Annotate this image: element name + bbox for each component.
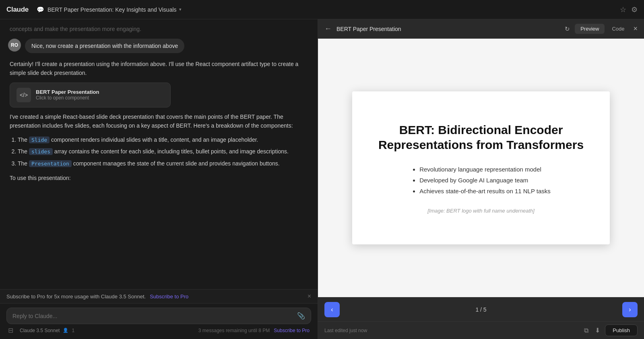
slide-bullets: Revolutionary language representation mo… (411, 164, 551, 196)
chat-footer-left: ⊟ Claude 3.5 Sonnet 👤 1 (8, 327, 74, 334)
chevron-down-icon: ▾ (179, 7, 182, 12)
messages-remaining: 3 messages remaining until 8 PM (198, 328, 272, 333)
list-item-suffix: component renders individual slides with… (50, 136, 258, 143)
slide-counter: 1 / 5 (340, 306, 622, 313)
slide-bullet: Revolutionary language representation mo… (419, 164, 551, 175)
tab-preview[interactable]: Preview (575, 24, 605, 34)
preview-title: BERT Paper Presentation (336, 26, 561, 32)
presentation-area: BERT: Bidirectional Encoder Representati… (318, 39, 644, 297)
user-message-1: RO Nice, now create a presentation with … (8, 39, 310, 53)
preview-header: ← BERT Paper Presentation ↻ Preview Code… (318, 19, 644, 39)
list-item: The Presentation component manages the s… (18, 159, 308, 169)
right-panel: ← BERT Paper Presentation ↻ Preview Code… (318, 19, 644, 339)
last-edited-text: Last edited just now (324, 328, 582, 333)
list-item-prefix: The (18, 136, 29, 143)
top-nav: Claude 💬 BERT Paper Presentation: Key In… (0, 0, 644, 19)
inline-code: Presentation (29, 160, 72, 167)
chat-input-area: 📎 ⊟ Claude 3.5 Sonnet 👤 1 3 messages rem… (0, 303, 318, 339)
chat-input-box: 📎 (6, 308, 311, 324)
people-icon: 👤 (63, 328, 68, 333)
nav-title[interactable]: BERT Paper Presentation: Key Insights an… (47, 6, 182, 13)
tab-code[interactable]: Code (606, 24, 630, 34)
subscribe-link[interactable]: Subscribe to Pro (150, 294, 188, 300)
model-name: Claude 3.5 Sonnet (20, 328, 60, 333)
artifact-info: BERT Paper Presentation Click to open co… (36, 89, 99, 101)
assistant-body: I've created a simple React-based slide … (10, 112, 308, 130)
bottom-bar: Last edited just now ⧉ ⬇ Publish (318, 321, 644, 339)
artifact-subtitle: Click to open component (36, 95, 99, 101)
close-panel-icon[interactable]: × (633, 25, 638, 33)
attach-icon[interactable]: 📎 (297, 312, 305, 320)
prev-slide-button[interactable]: ‹ (324, 302, 340, 317)
avatar: RO (8, 39, 21, 52)
list-item: The slides array contains the content fo… (18, 147, 308, 157)
list-item-prefix: The (18, 148, 29, 155)
inline-code: slides (29, 148, 53, 155)
slide-bullet: Developed by Google AI Language team (419, 175, 551, 186)
close-banner-button[interactable]: × (308, 293, 311, 300)
download-icon[interactable]: ⬇ (593, 325, 602, 336)
sidebar-toggle-icon[interactable]: ⊟ (8, 327, 13, 334)
main-layout: concepts and make the presentation more … (0, 19, 644, 339)
app-logo: Claude (6, 6, 29, 14)
copy-icon[interactable]: ⧉ (582, 325, 590, 336)
chat-footer: ⊟ Claude 3.5 Sonnet 👤 1 3 messages remai… (6, 324, 311, 336)
header-actions: ↻ Preview Code × (561, 24, 638, 34)
assistant-footer-text: To use this presentation: (10, 174, 308, 182)
inline-code: Slide (29, 136, 50, 143)
chat-icon: 💬 (37, 6, 44, 13)
slide-card: BERT: Bidirectional Encoder Representati… (352, 91, 610, 244)
publish-button[interactable]: Publish (605, 325, 638, 336)
list-item-prefix: The (18, 160, 29, 167)
list-item-suffix: component manages the state of the curre… (72, 160, 280, 167)
left-panel: concepts and make the presentation more … (0, 19, 318, 339)
refresh-icon[interactable]: ↻ (561, 24, 573, 34)
subscribe-banner: Subscribe to Pro for 5x more usage with … (0, 289, 318, 303)
assistant-intro: Certainly! I'll create a presentation us… (10, 60, 308, 78)
nav-title-text: BERT Paper Presentation: Key Insights an… (47, 6, 177, 13)
back-button[interactable]: ← (324, 25, 332, 33)
user-bubble: Nice, now create a presentation with the… (25, 39, 184, 53)
assistant-list: The Slide component renders individual s… (10, 135, 308, 169)
profile-icon[interactable]: ⚙ (631, 5, 638, 14)
slide-title: BERT: Bidirectional Encoder Representati… (375, 122, 587, 153)
next-slide-button[interactable]: › (622, 302, 638, 317)
code-icon: </> (17, 88, 31, 102)
list-item: The Slide component renders individual s… (18, 135, 308, 145)
chat-footer-right: 3 messages remaining until 8 PM Subscrib… (198, 328, 310, 333)
artifact-card[interactable]: </> BERT Paper Presentation Click to ope… (10, 83, 171, 107)
bottom-bar-actions: ⧉ ⬇ Publish (582, 325, 638, 336)
slide-bullet: Achieves state-of-the-art results on 11 … (419, 186, 551, 196)
chat-messages: concepts and make the presentation more … (0, 19, 318, 289)
assistant-message-1: Certainly! I'll create a presentation us… (8, 60, 310, 182)
people-count: 1 (72, 328, 74, 333)
slide-image-placeholder: [Image: BERT logo with full name underne… (427, 208, 535, 214)
list-item-suffix: array contains the content for each slid… (53, 148, 289, 155)
star-icon[interactable]: ☆ (620, 5, 626, 14)
subscribe-text: Subscribe to Pro for 5x more usage with … (6, 294, 146, 300)
chat-input[interactable] (12, 313, 294, 319)
subscribe-link-footer[interactable]: Subscribe to Pro (274, 328, 310, 333)
slide-navigation: ‹ 1 / 5 › (318, 297, 644, 321)
artifact-title: BERT Paper Presentation (36, 89, 99, 95)
faded-message: concepts and make the presentation more … (8, 26, 310, 32)
